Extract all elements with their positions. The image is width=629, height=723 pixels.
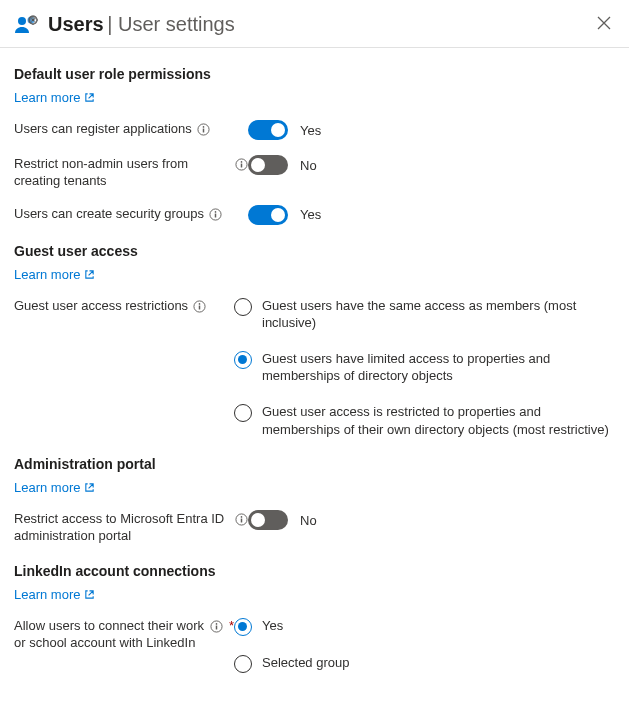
guest-access-radio-group: Guest users have the same access as memb… [234,296,615,438]
svg-rect-16 [199,305,200,309]
toggle-security-groups-value: Yes [300,207,321,222]
toggle-register-apps-value: Yes [300,123,321,138]
label-restrict-admin-portal: Restrict access to Microsoft Entra ID ad… [14,511,230,545]
radio-label: Yes [262,617,283,635]
title-main: Users [48,13,104,35]
panel-content: Default user role permissions Learn more… [0,48,629,697]
svg-rect-13 [215,213,216,217]
learn-more-label: Learn more [14,587,80,602]
svg-point-21 [216,623,218,625]
title-divider: | [107,13,118,35]
radio-guest-restricted-access[interactable]: Guest user access is restricted to prope… [234,403,615,438]
section-admin-portal: Administration portal [14,456,615,472]
label-security-groups: Users can create security groups [14,206,204,223]
radio-circle [234,655,252,673]
toggle-restrict-admin-portal[interactable] [248,510,288,530]
learn-more-guest-access[interactable]: Learn more [14,267,95,282]
svg-rect-10 [241,164,242,168]
svg-point-9 [241,161,243,163]
svg-point-4 [32,18,35,21]
toggle-restrict-tenants[interactable] [248,155,288,175]
svg-rect-7 [203,129,204,133]
learn-more-admin-portal[interactable]: Learn more [14,480,95,495]
radio-label: Guest users have limited access to prope… [262,350,615,385]
linkedin-radio-group: Yes Selected group [234,616,615,673]
svg-point-18 [241,516,243,518]
radio-circle [234,618,252,636]
info-icon[interactable] [210,620,223,633]
info-icon[interactable] [235,513,248,526]
toggle-restrict-admin-portal-value: No [300,513,317,528]
external-link-icon [84,269,95,280]
users-icon [14,13,38,37]
row-register-applications: Users can register applications Yes [14,119,615,140]
panel-header: Users | User settings [0,0,629,48]
toggle-register-apps[interactable] [248,120,288,140]
row-restrict-admin-portal: Restrict access to Microsoft Entra ID ad… [14,509,615,545]
close-icon [597,16,611,30]
info-icon[interactable] [197,123,210,136]
external-link-icon [84,589,95,600]
radio-guest-limited-access[interactable]: Guest users have limited access to prope… [234,350,615,385]
page-title: Users | User settings [48,13,235,36]
toggle-security-groups[interactable] [248,205,288,225]
title-sub: User settings [118,13,235,35]
radio-circle [234,404,252,422]
label-restrict-tenants: Restrict non-admin users from creating t… [14,156,230,190]
radio-label: Selected group [262,654,349,672]
svg-rect-19 [241,519,242,523]
row-guest-restrictions: Guest user access restrictions Guest use… [14,296,615,438]
section-default-user-role: Default user role permissions [14,66,615,82]
info-icon[interactable] [193,300,206,313]
radio-linkedin-selected-group[interactable]: Selected group [234,654,615,673]
label-guest-restrictions: Guest user access restrictions [14,298,188,315]
learn-more-label: Learn more [14,267,80,282]
info-icon[interactable] [209,208,222,221]
learn-more-label: Learn more [14,480,80,495]
external-link-icon [84,92,95,103]
info-icon[interactable] [235,158,248,171]
section-linkedin: LinkedIn account connections [14,563,615,579]
svg-point-0 [18,17,26,25]
radio-circle [234,298,252,316]
row-security-groups: Users can create security groups Yes [14,204,615,225]
learn-more-default-role[interactable]: Learn more [14,90,95,105]
row-linkedin-connect: Allow users to connect their work or sch… [14,616,615,673]
label-linkedin-connect: Allow users to connect their work or sch… [14,618,205,652]
close-button[interactable] [593,12,615,37]
label-register-apps: Users can register applications [14,121,192,138]
learn-more-label: Learn more [14,90,80,105]
radio-linkedin-yes[interactable]: Yes [234,617,615,636]
svg-point-12 [215,211,217,213]
row-restrict-tenants: Restrict non-admin users from creating t… [14,154,615,190]
radio-guest-same-access[interactable]: Guest users have the same access as memb… [234,297,615,332]
radio-label: Guest user access is restricted to prope… [262,403,615,438]
external-link-icon [84,482,95,493]
learn-more-linkedin[interactable]: Learn more [14,587,95,602]
radio-circle [234,351,252,369]
section-guest-access: Guest user access [14,243,615,259]
svg-point-6 [202,126,204,128]
radio-label: Guest users have the same access as memb… [262,297,615,332]
toggle-restrict-tenants-value: No [300,158,317,173]
svg-point-15 [199,303,201,305]
svg-rect-22 [216,625,217,629]
